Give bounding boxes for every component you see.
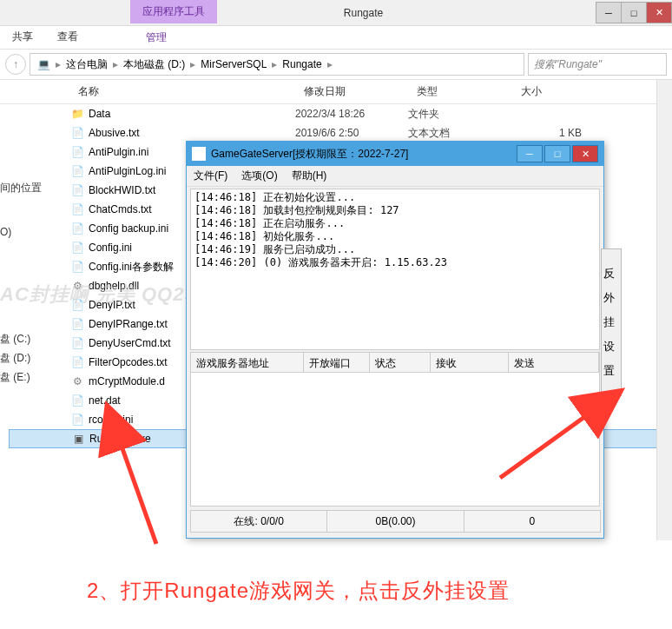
pc-icon: 💻	[37, 58, 50, 70]
ini-icon: 📄	[69, 163, 85, 179]
drive-d[interactable]: 盘 (D:)	[0, 349, 42, 368]
maximize-button[interactable]: □	[621, 2, 647, 23]
crumb-dir2[interactable]: Rungate	[279, 58, 325, 70]
file-type: 文件夹	[408, 107, 512, 122]
txt-icon: 📄	[69, 125, 85, 141]
file-name: Abusive.txt	[89, 127, 295, 139]
file-size: 1 KB	[512, 127, 582, 139]
txt-icon: 📄	[69, 259, 85, 275]
close-button[interactable]: ✕	[646, 2, 672, 23]
txt-icon: 📄	[69, 354, 85, 370]
annotation-caption: 2、打开Rungate游戏网关，点击反外挂设置	[87, 577, 510, 605]
file-name: Data	[89, 108, 295, 120]
col-type[interactable]: 类型	[417, 84, 521, 99]
folder-icon: 📁	[69, 106, 85, 122]
gamegate-log[interactable]: [14:46:18] 正在初始化设置... [14:46:18] 加载封包控制规…	[190, 189, 600, 350]
tab-view[interactable]: 查看	[45, 25, 90, 49]
gamegate-title: GameGateServer[授权期限至：2022-7-27]	[211, 147, 515, 162]
status-zero: 0	[464, 510, 601, 533]
drive-c[interactable]: 盘 (C:)	[0, 330, 42, 349]
status-bytes: 0B(0.00)	[326, 510, 464, 533]
left-edge-labels: 间的位置 O) 盘 (C:) 盘 (D:) 盘 (E:)	[0, 179, 42, 387]
th-recv[interactable]: 接收	[431, 353, 509, 372]
status-online: 在线: 0/0/0	[190, 510, 327, 533]
file-row[interactable]: 📄Abusive.txt2019/6/6 2:50文本文档1 KB	[9, 123, 672, 142]
gamegate-status-bar: 在线: 0/0/0 0B(0.00) 0	[190, 510, 600, 533]
exe-icon: ▣	[70, 431, 86, 447]
anti-cheat-settings-button[interactable]: 反 外 挂 设 置	[601, 248, 622, 396]
gamegate-icon	[192, 147, 206, 161]
txt-icon: 📄	[69, 335, 85, 351]
file-type: 文本文档	[408, 126, 512, 141]
col-size[interactable]: 大小	[521, 84, 590, 99]
nav-bar: ↑ 💻 ▸ 这台电脑 ▸ 本地磁盘 (D:) ▸ MirServerSQL ▸ …	[0, 49, 672, 80]
th-port[interactable]: 开放端口	[304, 353, 370, 372]
crumb-drive[interactable]: 本地磁盘 (D:)	[120, 57, 188, 72]
ini-icon: 📄	[69, 144, 85, 160]
breadcrumb[interactable]: 💻 ▸ 这台电脑 ▸ 本地磁盘 (D:) ▸ MirServerSQL ▸ Ru…	[30, 53, 524, 76]
ini-icon: 📄	[69, 221, 85, 236]
dll-icon: ⚙	[69, 374, 85, 389]
col-date[interactable]: 修改日期	[304, 84, 417, 99]
gamegate-maximize[interactable]: □	[544, 145, 570, 162]
gamegate-table-header: 游戏服务器地址 开放端口 状态 接收 发送	[190, 352, 600, 373]
file-date: 2019/6/6 2:50	[295, 127, 408, 139]
ini-icon: 📄	[69, 412, 85, 427]
gamegate-menu: 文件(F) 选项(O) 帮助(H)	[187, 166, 603, 187]
file-row[interactable]: 📁Data2022/3/4 18:26文件夹	[9, 104, 672, 123]
txt-icon: 📄	[69, 182, 85, 198]
drive-e[interactable]: 盘 (E:)	[0, 368, 42, 387]
crumb-dir1[interactable]: MirServerSQL	[197, 58, 270, 70]
gamegate-close[interactable]: ✕	[572, 145, 598, 162]
dll-icon: ⚙	[69, 278, 85, 294]
th-status[interactable]: 状态	[370, 353, 431, 372]
gamegate-minimize[interactable]: ─	[517, 145, 543, 162]
th-addr[interactable]: 游戏服务器地址	[191, 353, 304, 372]
ribbon-tabs: 共享 查看 应用程序工具 管理	[0, 26, 672, 49]
file-date: 2022/3/4 18:26	[295, 108, 408, 120]
gamegate-titlebar[interactable]: GameGateServer[授权期限至：2022-7-27] ─ □ ✕	[187, 142, 603, 166]
gamegate-table-body[interactable]	[190, 373, 600, 507]
col-name[interactable]: 名称	[78, 84, 304, 99]
columns-header: 名称 修改日期 类型 大小	[0, 80, 672, 104]
ini-icon: 📄	[69, 240, 85, 255]
txt-icon: 📄	[69, 316, 85, 332]
tab-share[interactable]: 共享	[0, 25, 45, 49]
window-titlebar: Rungate ─ □ ✕	[0, 0, 672, 26]
txt-icon: 📄	[69, 297, 85, 313]
search-placeholder: 搜索"Rungate"	[534, 57, 602, 72]
txt-icon: 📄	[69, 202, 85, 217]
tab-app-tools[interactable]: 应用程序工具	[130, 0, 217, 23]
crumb-pc[interactable]: 这台电脑	[63, 57, 111, 72]
menu-help[interactable]: 帮助(H)	[292, 169, 327, 183]
menu-file[interactable]: 文件(F)	[194, 169, 227, 183]
dat-icon: 📄	[69, 393, 85, 408]
gamegate-window: GameGateServer[授权期限至：2022-7-27] ─ □ ✕ 文件…	[186, 141, 604, 539]
tab-manage[interactable]: 管理	[130, 26, 182, 50]
nav-up-button[interactable]: ↑	[5, 54, 26, 75]
minimize-button[interactable]: ─	[596, 2, 622, 23]
search-input[interactable]: 搜索"Rungate"	[528, 53, 667, 76]
vertical-scrollbar[interactable]	[656, 80, 672, 540]
menu-options[interactable]: 选项(O)	[241, 169, 277, 183]
th-send[interactable]: 发送	[509, 353, 599, 372]
